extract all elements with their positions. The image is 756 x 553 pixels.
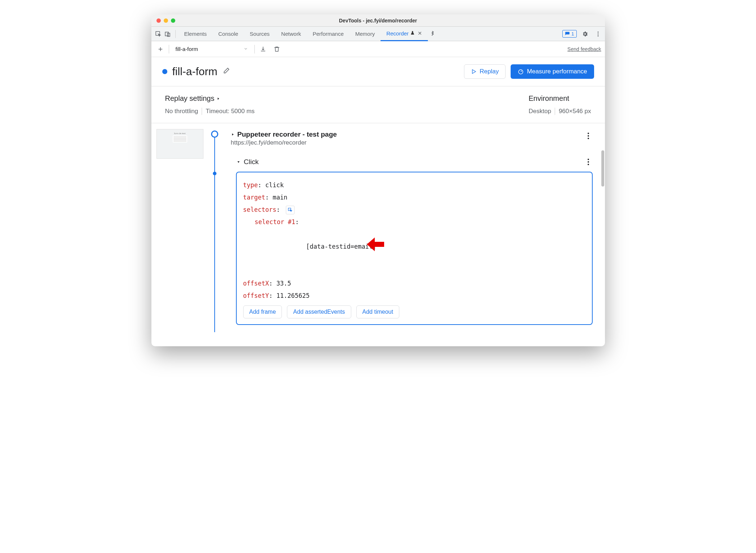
throttling-value[interactable]: No throttling	[165, 108, 198, 115]
measure-button-label: Measure performance	[527, 68, 587, 75]
delete-icon[interactable]	[271, 44, 282, 55]
field-type-key: type	[243, 181, 258, 189]
export-icon[interactable]	[258, 44, 269, 55]
tab-elements[interactable]: Elements	[179, 27, 213, 41]
page-thumbnail: form de test	[156, 129, 203, 159]
add-asserted-events-button[interactable]: Add assertedEvents	[287, 305, 351, 318]
annotation-arrow	[323, 224, 385, 268]
svg-point-3	[597, 31, 598, 33]
chevron-down-icon	[244, 46, 248, 52]
timeline-area: form de test Puppeteer recorder - test p…	[151, 123, 605, 332]
field-selector1-key: selector #1	[255, 218, 296, 226]
scrollbar[interactable]	[601, 150, 604, 187]
window-title: DevTools - jec.fyi/demo/recorder	[151, 18, 605, 23]
timeline-start-marker	[211, 130, 218, 138]
field-offsety-key: offsetY	[243, 292, 269, 299]
replay-button-label: Replay	[480, 68, 499, 75]
device-toggle-icon[interactable]	[163, 29, 172, 39]
recording-dropdown-value: fill-a-form	[176, 46, 198, 52]
step-click-menu-icon[interactable]	[584, 157, 593, 167]
tab-console[interactable]: Console	[212, 27, 244, 41]
timeline-line	[214, 134, 215, 332]
devtools-tabs: Elements Console Sources Network Perform…	[151, 27, 605, 41]
tab-sources[interactable]: Sources	[244, 27, 275, 41]
recording-title: fill-a-form	[172, 65, 218, 78]
svg-point-4	[597, 33, 598, 34]
recorder-toolbar: fill-a-form Send feedback	[151, 41, 605, 57]
tab-recorder-label: Recorder	[386, 30, 409, 37]
window-titlebar: DevTools - jec.fyi/demo/recorder	[151, 14, 605, 27]
tab-performance[interactable]: Performance	[307, 27, 349, 41]
issues-count: 1	[571, 31, 574, 37]
pick-selector-icon[interactable]	[286, 206, 295, 214]
recording-dropdown[interactable]: fill-a-form	[172, 44, 252, 55]
send-feedback-link[interactable]: Send feedback	[567, 46, 601, 52]
step-initial-url: https://jec.fyi/demo/recorder	[231, 139, 584, 146]
svg-rect-1	[165, 32, 168, 36]
tab-network[interactable]: Network	[275, 27, 307, 41]
replay-button[interactable]: Replay	[464, 64, 506, 79]
step-click-toggle[interactable]	[236, 159, 241, 165]
step-initial-toggle[interactable]: Puppeteer recorder - test page	[231, 130, 584, 138]
timeout-value[interactable]: Timeout: 5000 ms	[206, 108, 254, 115]
new-recording-icon[interactable]	[155, 44, 166, 55]
measure-performance-button[interactable]: Measure performance	[511, 64, 594, 79]
field-offsetx-value[interactable]: 33.5	[276, 280, 291, 287]
step-initial-title: Puppeteer recorder - test page	[237, 130, 337, 138]
more-tabs-icon[interactable]	[428, 29, 437, 39]
close-tab-icon[interactable]: ✕	[418, 30, 422, 36]
field-target-value[interactable]: main	[272, 194, 287, 201]
replay-settings-toggle[interactable]: Replay settings	[165, 94, 255, 103]
environment-title: Environment	[529, 94, 591, 103]
field-selectors-key: selectors	[243, 206, 276, 213]
tab-memory[interactable]: Memory	[349, 27, 381, 41]
environment-device: Desktop	[529, 108, 551, 115]
flask-icon	[410, 30, 415, 37]
edit-title-icon[interactable]	[223, 67, 230, 76]
step-click-label: Click	[244, 158, 259, 166]
field-type-value[interactable]: click	[265, 181, 284, 189]
add-frame-button[interactable]: Add frame	[243, 305, 282, 318]
issues-badge[interactable]: 1	[562, 30, 576, 38]
gear-icon[interactable]	[580, 29, 590, 39]
inspect-icon[interactable]	[154, 29, 163, 39]
environment-viewport: 960×546 px	[559, 108, 591, 115]
timeline-step-marker	[213, 172, 216, 175]
svg-point-5	[597, 35, 598, 36]
settings-row: Replay settings No throttling Timeout: 5…	[151, 86, 605, 123]
recording-header: fill-a-form Replay Measure performance	[151, 57, 605, 86]
kebab-menu-icon[interactable]	[593, 29, 603, 39]
add-timeout-button[interactable]: Add timeout	[356, 305, 399, 318]
tab-recorder[interactable]: Recorder ✕	[381, 27, 428, 41]
field-offsety-value[interactable]: 11.265625	[276, 292, 310, 299]
field-offsetx-key: offsetX	[243, 280, 269, 287]
step-menu-icon[interactable]	[584, 130, 593, 146]
field-target-key: target	[243, 194, 265, 201]
step-details-box: type: click target: main selectors: sele…	[236, 172, 593, 325]
recording-status-dot	[162, 69, 167, 74]
